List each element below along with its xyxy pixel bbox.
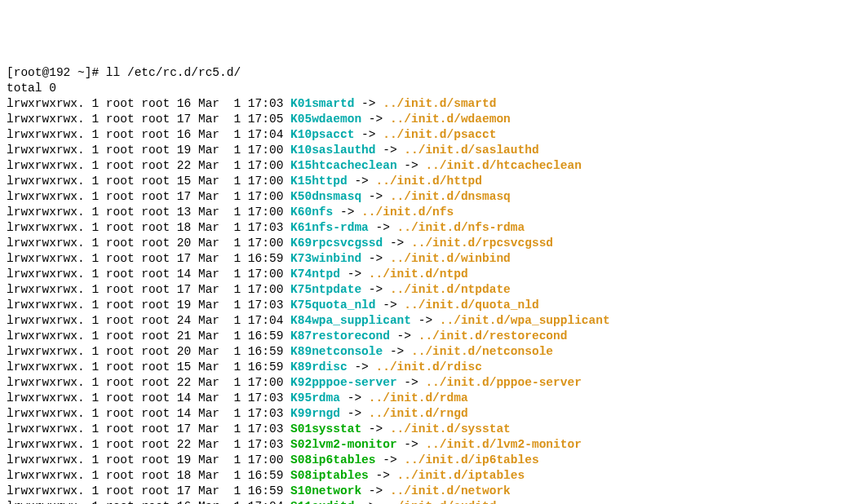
symlink-name: K50dnsmasq [290, 190, 361, 203]
file-metadata: lrwxrwxrwx. 1 root root 17 Mar 1 17:00 [7, 190, 290, 203]
file-metadata: lrwxrwxrwx. 1 root root 22 Mar 1 17:00 [7, 376, 290, 389]
symlink-name: K61nfs-rdma [290, 221, 369, 234]
symlink-target: ../init.d/winbind [390, 252, 511, 265]
file-metadata: lrwxrwxrwx. 1 root root 17 Mar 1 17:05 [7, 113, 290, 126]
listing-row: lrwxrwxrwx. 1 root root 22 Mar 1 17:00 K… [7, 158, 852, 174]
file-metadata: lrwxrwxrwx. 1 root root 17 Mar 1 17:03 [7, 422, 290, 435]
arrow: -> [397, 376, 426, 389]
listing-row: lrwxrwxrwx. 1 root root 24 Mar 1 17:04 K… [7, 313, 852, 329]
arrow: -> [340, 391, 369, 405]
arrow: -> [375, 453, 404, 466]
symlink-name: K10saslauthd [290, 144, 375, 157]
symlink-target: ../init.d/restorecond [418, 329, 568, 343]
listing-row: lrwxrwxrwx. 1 root root 18 Mar 1 17:03 K… [7, 220, 852, 236]
symlink-name: S01sysstat [290, 422, 361, 435]
symlink-name: K75quota_nld [290, 298, 375, 312]
symlink-target: ../init.d/quota_nld [404, 298, 538, 312]
symlink-target: ../init.d/nfs-rdma [397, 221, 525, 234]
file-metadata: lrwxrwxrwx. 1 root root 19 Mar 1 17:00 [7, 453, 290, 466]
symlink-name: S08ip6tables [290, 453, 375, 466]
prompt-line: [root@192 ~]# ll /etc/rc.d/rc5.d/ [7, 65, 852, 81]
listing-row: lrwxrwxrwx. 1 root root 17 Mar 1 17:00 K… [7, 189, 852, 205]
symlink-target: ../init.d/iptables [397, 469, 525, 482]
symlink-target: ../init.d/dnsmasq [390, 190, 511, 203]
listing-row: lrwxrwxrwx. 1 root root 17 Mar 1 16:59 K… [7, 251, 852, 267]
total-line: total 0 [7, 81, 852, 96]
file-metadata: lrwxrwxrwx. 1 root root 17 Mar 1 16:59 [7, 484, 290, 497]
arrow: -> [369, 469, 397, 482]
file-metadata: lrwxrwxrwx. 1 root root 14 Mar 1 17:03 [7, 407, 290, 420]
listing-row: lrwxrwxrwx. 1 root root 15 Mar 1 17:00 K… [7, 174, 852, 189]
file-metadata: lrwxrwxrwx. 1 root root 13 Mar 1 17:00 [7, 206, 290, 219]
symlink-target: ../init.d/psacct [383, 128, 496, 141]
listing-row: lrwxrwxrwx. 1 root root 14 Mar 1 17:03 K… [7, 406, 852, 422]
arrow: -> [354, 128, 383, 141]
symlink-target: ../init.d/httpd [376, 175, 483, 188]
symlink-name: K84wpa_supplicant [290, 314, 411, 327]
listing-row: lrwxrwxrwx. 1 root root 14 Mar 1 17:00 K… [7, 267, 852, 282]
symlink-target: ../init.d/rdma [369, 391, 468, 405]
listing-row: lrwxrwxrwx. 1 root root 16 Mar 1 17:04 S… [7, 499, 852, 505]
symlink-target: ../init.d/rpcsvcgssd [411, 237, 553, 250]
file-metadata: lrwxrwxrwx. 1 root root 16 Mar 1 17:04 [7, 500, 290, 505]
symlink-name: K05wdaemon [290, 113, 361, 126]
arrow: -> [361, 113, 390, 126]
arrow: -> [348, 360, 376, 374]
file-metadata: lrwxrwxrwx. 1 root root 18 Mar 1 16:59 [7, 469, 290, 482]
symlink-target: ../init.d/auditd [383, 500, 496, 505]
arrow: -> [361, 484, 390, 497]
arrow: -> [340, 267, 369, 281]
file-metadata: lrwxrwxrwx. 1 root root 14 Mar 1 17:03 [7, 391, 290, 405]
listing-row: lrwxrwxrwx. 1 root root 18 Mar 1 16:59 S… [7, 468, 852, 484]
symlink-target: ../init.d/network [390, 484, 511, 497]
file-metadata: lrwxrwxrwx. 1 root root 22 Mar 1 17:03 [7, 438, 290, 451]
file-metadata: lrwxrwxrwx. 1 root root 19 Mar 1 17:00 [7, 144, 290, 157]
file-metadata: lrwxrwxrwx. 1 root root 15 Mar 1 17:00 [7, 175, 290, 188]
file-metadata: lrwxrwxrwx. 1 root root 19 Mar 1 17:03 [7, 298, 290, 312]
symlink-name: K89netconsole [290, 345, 383, 358]
symlink-name: K87restorecond [290, 329, 390, 343]
arrow: -> [354, 97, 383, 110]
arrow: -> [375, 144, 404, 157]
file-metadata: lrwxrwxrwx. 1 root root 17 Mar 1 17:00 [7, 283, 290, 296]
arrow: -> [340, 407, 369, 420]
arrow: -> [361, 283, 390, 296]
file-metadata: lrwxrwxrwx. 1 root root 20 Mar 1 16:59 [7, 345, 290, 358]
arrow: -> [383, 345, 411, 358]
arrow: -> [361, 190, 390, 203]
symlink-name: K15htcacheclean [290, 159, 397, 172]
file-metadata: lrwxrwxrwx. 1 root root 21 Mar 1 16:59 [7, 329, 290, 343]
listing-row: lrwxrwxrwx. 1 root root 15 Mar 1 16:59 K… [7, 360, 852, 375]
symlink-target: ../init.d/wdaemon [390, 113, 511, 126]
arrow: -> [383, 237, 411, 250]
listing-row: lrwxrwxrwx. 1 root root 17 Mar 1 17:03 S… [7, 422, 852, 437]
symlink-name: K10psacct [290, 128, 354, 141]
listing-row: lrwxrwxrwx. 1 root root 19 Mar 1 17:03 K… [7, 298, 852, 313]
file-metadata: lrwxrwxrwx. 1 root root 18 Mar 1 17:03 [7, 221, 290, 234]
symlink-name: K89rdisc [290, 360, 348, 374]
symlink-name: K60nfs [290, 206, 333, 219]
symlink-name: K75ntpdate [290, 283, 361, 296]
symlink-name: K74ntpd [290, 267, 340, 281]
arrow: -> [390, 329, 418, 343]
symlink-name: K01smartd [290, 97, 354, 110]
symlink-target: ../init.d/ntpd [369, 267, 468, 281]
symlink-target: ../init.d/saslauthd [404, 144, 538, 157]
symlink-target: ../init.d/netconsole [411, 345, 553, 358]
file-metadata: lrwxrwxrwx. 1 root root 16 Mar 1 17:03 [7, 97, 290, 110]
listing-row: lrwxrwxrwx. 1 root root 19 Mar 1 17:00 K… [7, 143, 852, 158]
file-metadata: lrwxrwxrwx. 1 root root 22 Mar 1 17:00 [7, 159, 290, 172]
listing-row: lrwxrwxrwx. 1 root root 17 Mar 1 17:00 K… [7, 282, 852, 298]
listing-row: lrwxrwxrwx. 1 root root 13 Mar 1 17:00 K… [7, 205, 852, 220]
symlink-name: S02lvm2-monitor [290, 438, 397, 451]
listing-row: lrwxrwxrwx. 1 root root 22 Mar 1 17:03 S… [7, 437, 852, 453]
arrow: -> [397, 159, 426, 172]
arrow: -> [361, 422, 390, 435]
symlink-name: K15httpd [290, 175, 348, 188]
listing-row: lrwxrwxrwx. 1 root root 19 Mar 1 17:00 S… [7, 453, 852, 468]
symlink-name: K99rngd [290, 407, 340, 420]
symlink-target: ../init.d/ntpdate [390, 283, 511, 296]
symlink-name: K95rdma [290, 391, 340, 405]
symlink-target: ../init.d/wpa_supplicant [440, 314, 610, 327]
listing-row: lrwxrwxrwx. 1 root root 17 Mar 1 17:05 K… [7, 112, 852, 127]
